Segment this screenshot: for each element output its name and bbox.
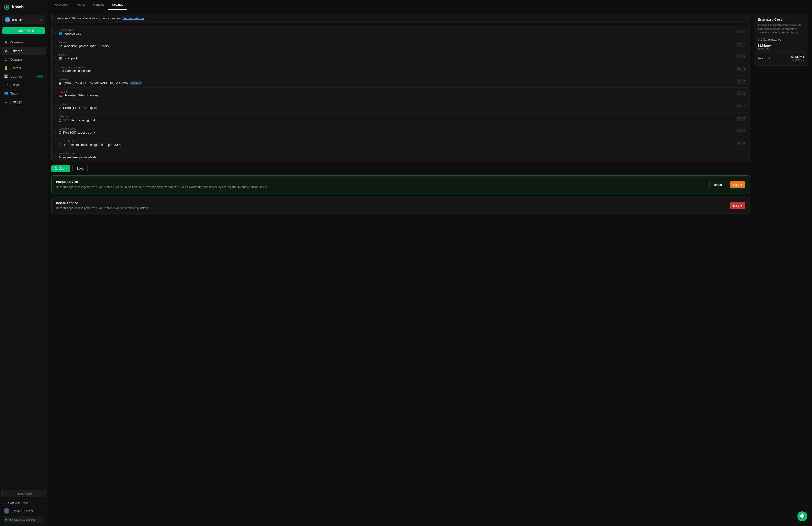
chevron-icon: › [55,154,56,157]
config-row-ports[interactable]: › Exposed ports ⬡ Port 3000 exposed on /… [52,125,750,137]
content-area: Serverless GPUs are available in public … [47,10,812,526]
deploy-button[interactable]: Deploy ▾ [51,165,70,172]
config-row-instance[interactable]: › Instance ▣ Nano (0.25 vCPU, 256MB RAM,… [52,75,750,88]
cost-total-label: Total cost [758,57,771,60]
shortcut-9: ⌘ + 9 [736,129,746,133]
tab-overview[interactable]: Overview [51,0,72,10]
user-profile-item[interactable]: 👤 Alisdair Broshar [1,506,46,515]
source-repo-value: alisdairbr/upstash-node [64,44,96,48]
sidebar-item-settings[interactable]: ⚙ Settings [1,98,46,106]
config-row-health[interactable]: › Health checks ♡ TCP health check confi… [52,137,750,150]
sidebar-item-secrets[interactable]: 🔒 Secrets [1,64,46,72]
sidebar-item-services[interactable]: ◈ Services [1,47,46,55]
chevron-icon: › [55,129,56,132]
vol-icon: ◫ [59,118,61,122]
create-service-button[interactable]: Create Service [2,27,45,34]
name-icon: ✎ [59,155,61,159]
sidebar-item-activity[interactable]: 〰 Activity [1,81,46,89]
service-type-value: Web service [64,32,81,35]
regions-label: Regions [59,90,736,93]
chevron-icon: › [55,80,56,83]
config-row-scaling[interactable]: › Scaling ⤢ Fixed (1 instance/region) ⌘ … [52,100,750,112]
help-more-label: Help and more [8,501,28,504]
status-text: All systems operational [9,518,35,521]
git-branch-icon: ⑂ [98,44,100,48]
sidebar-item-team[interactable]: 👥 Team [1,89,46,97]
chevron-right-icon: › [43,501,43,504]
chevron-updown-icon: ⇅ [40,18,42,22]
source-label: Source [59,41,736,44]
env-vars-value: 3 variables configured [62,69,92,72]
delete-service-description: Once this operation is performed, your s… [56,207,150,210]
deploy-chevron-icon: ▾ [66,167,67,170]
instance-label: Instance [59,78,736,81]
health-icon: ♡ [59,143,61,146]
config-row-source[interactable]: › Source ⎇ alisdairbr/upstash-node ⑂ mai… [52,38,750,51]
help-more-item[interactable]: ? Help and more › [1,499,46,506]
banner-link[interactable]: Get started now [122,16,144,20]
sidebar: Koyeb A alisdair ⇅ Create Service ⊞ Over… [0,0,47,526]
account-switcher[interactable]: A alisdair ⇅ [2,15,45,24]
delete-service-card: Delete service Once this operation is pe… [51,197,750,214]
tab-console[interactable]: Console [89,0,108,10]
service-name-value: example-koyeb-upstash [63,155,96,159]
chevron-icon: › [55,92,56,96]
sidebar-item-label: Team [11,92,18,95]
config-row-service-type[interactable]: › Service type 🌐 Web service ⌘ + 1 [52,26,750,38]
chevron-icon: › [55,68,56,71]
chat-icon: 💬 [800,514,805,519]
service-name-label: Service name [59,152,746,155]
main-panel: Serverless GPUs are available in public … [51,14,750,522]
sidebar-item-label: Activity [11,83,20,87]
chevron-icon: › [55,30,56,34]
git-icon: ⎇ [59,44,62,48]
config-row-volumes[interactable]: › Volumes ◫ No volumes configured ⌘ + 8 [52,112,750,125]
standard-badge: Standard [130,81,143,85]
chevron-icon: › [55,104,56,108]
health-label: Health checks [59,140,736,143]
buildpack-icon: 📦 [59,57,62,60]
sidebar-item-label: Settings [11,100,21,104]
shortcut-0: ⌘ + 0 [736,141,746,145]
save-button[interactable]: Save [72,165,88,172]
sidebar-nav: ⊞ Overview ◈ Services ⬡ Domains 🔒 Secret… [0,38,47,487]
pause-service-title: Pause service [56,180,267,184]
domains-icon: ⬡ [4,57,8,61]
cost-total-monthly: $2.68/mo [791,55,804,59]
sidebar-item-volumes[interactable]: 💾 Volumes New [1,72,46,81]
ports-value: Port 3000 exposed on / [63,131,95,134]
config-row-service-name[interactable]: › Service name ✎ example-koyeb-upstash [52,150,750,161]
sidebar-item-label: Secrets [11,66,21,70]
config-row-builder[interactable]: › Builder 📦 Buildpack ⌘ + 3 [52,51,750,63]
pause-service-card: Pause service Once this operation is per… [51,175,750,194]
scaling-label: Scaling [59,103,736,105]
service-type-label: Service type [59,29,736,31]
chevron-icon: › [55,142,56,145]
tab-settings[interactable]: Settings [108,0,127,10]
health-value: TCP health check configured on port 3000 [63,143,121,146]
volumes-label: Volumes [59,115,736,118]
instance-value: Nano (0.25 vCPU, 256MB RAM, 2000MB Disk) [63,81,128,85]
delete-button[interactable]: Delete [730,202,745,209]
cost-title: Estimated Cost [758,18,804,22]
main-content: Overview Metrics Console Settings Server… [47,0,812,526]
resume-button[interactable]: Resume [709,181,728,188]
cost-divider [758,53,804,53]
tab-metrics[interactable]: Metrics [72,0,89,10]
volumes-icon: 💾 [4,74,8,79]
user-name: Alisdair Broshar [11,509,33,513]
sidebar-item-overview[interactable]: ⊞ Overview [1,38,46,46]
tab-bar: Overview Metrics Console Settings [47,0,812,10]
cost-panel: Estimated Cost Below is the estimated co… [754,14,808,522]
chat-button[interactable]: 💬 [797,511,807,521]
pause-button[interactable]: Pause [730,181,745,188]
sidebar-item-domains[interactable]: ⬡ Domains [1,55,46,63]
cost-price-hourly: $0.0036/hr [758,47,804,50]
config-row-regions[interactable]: › Regions 🇩🇪 Frankfurt (19ms latency) ⌘ … [52,88,750,100]
globe-icon: 🌐 [59,32,62,35]
help-icon: ? [4,501,5,504]
config-row-env-vars[interactable]: › Environment variables ≡ 3 variables co… [52,63,750,75]
shortcut-7: ⌘ + 7 [736,104,746,108]
team-icon: 👥 [4,91,8,96]
shortcut-2: ⌘ + 2 [736,42,746,46]
